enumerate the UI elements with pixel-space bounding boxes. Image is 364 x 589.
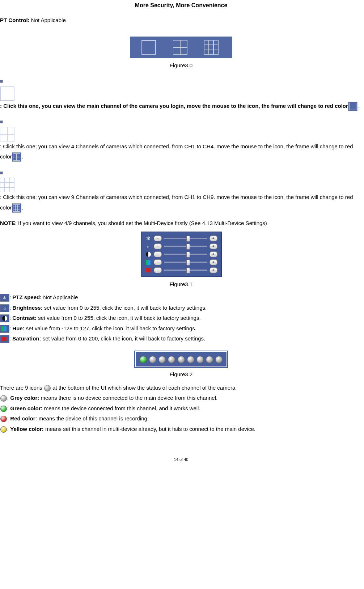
status-dot-grey[interactable] xyxy=(215,356,223,363)
status-intro: There are 9 icons at the bottom of the U… xyxy=(0,383,362,393)
brightness-slider-row: ☼ − + xyxy=(145,242,217,250)
status-dot-red xyxy=(0,416,7,422)
layout-quad-hover-icon xyxy=(12,152,21,162)
fan-icon[interactable]: ✻ xyxy=(0,294,9,302)
desc-four xyxy=(0,116,362,127)
ptz-slider[interactable] xyxy=(164,238,207,239)
hue-slider[interactable] xyxy=(164,262,207,263)
contrast-slider[interactable] xyxy=(164,254,207,255)
layout-single-icon[interactable] xyxy=(141,40,158,55)
saturation-icon[interactable] xyxy=(0,335,9,343)
minus-button[interactable]: − xyxy=(154,267,162,273)
hue-desc: : Hue: set value from -128 to 127, click… xyxy=(0,323,362,334)
status-dot-grey xyxy=(0,395,7,402)
minus-button[interactable]: − xyxy=(154,243,162,249)
plus-button[interactable]: + xyxy=(209,236,217,241)
figure-3-2 xyxy=(135,351,227,368)
status-yellow-desc: : Yellow color: means set this channel i… xyxy=(0,424,362,435)
layout-nine-hover-icon xyxy=(12,203,21,213)
status-dot-grey xyxy=(44,385,51,391)
desc-nine xyxy=(0,168,362,178)
desc-single xyxy=(0,76,362,86)
figure-3-2-caption: Figure3.2 xyxy=(0,369,362,380)
layout-quad-icon[interactable] xyxy=(0,120,3,123)
minus-button[interactable]: − xyxy=(154,259,162,265)
hue-slider-row: − + xyxy=(145,258,217,266)
status-dot-grey[interactable] xyxy=(158,356,166,363)
plus-button[interactable]: + xyxy=(209,267,217,273)
figure-3-0-caption: Figure3.0 xyxy=(0,60,362,71)
hue-icon[interactable] xyxy=(145,259,152,266)
layout-nine-icon[interactable] xyxy=(0,171,3,174)
status-dot-grey[interactable] xyxy=(149,356,156,363)
status-dot-grey[interactable] xyxy=(206,356,213,363)
brightness-icon[interactable]: ☼ xyxy=(0,304,9,312)
brightness-slider[interactable] xyxy=(164,246,207,247)
saturation-desc: : Saturation: set value from 0 to 200, c… xyxy=(0,334,362,344)
status-dot-yellow xyxy=(0,426,7,433)
figure-3-0 xyxy=(130,37,232,58)
figure-3-1-caption: Figure3.1 xyxy=(0,279,362,290)
pt-control-line: PT Control: Not Applicable xyxy=(0,15,362,26)
status-grey-desc: : Grey color: means there is no device c… xyxy=(0,393,362,403)
plus-button[interactable]: + xyxy=(209,243,217,249)
note-label: NOTE xyxy=(0,220,15,226)
layout-nine-icon[interactable] xyxy=(204,40,221,55)
pt-control-value: Not Applicable xyxy=(31,17,66,23)
status-red-desc: : Red color: means the device of this ch… xyxy=(0,414,362,424)
status-dot-green[interactable] xyxy=(140,356,147,363)
minus-button[interactable]: − xyxy=(154,251,162,257)
saturation-slider[interactable] xyxy=(164,270,207,271)
ptz-desc: ✻: PTZ speed: Not Applicable xyxy=(0,292,362,303)
status-dot-grey[interactable] xyxy=(178,356,185,363)
brightness-desc: ☼: Brightness: set value from 0 to 255, … xyxy=(0,303,362,313)
figure-3-1: ✻ − + ☼ − + − + − + xyxy=(141,232,222,277)
page-title: More Security, More Convenience xyxy=(0,0,362,11)
plus-button[interactable]: + xyxy=(209,251,217,257)
contrast-icon[interactable] xyxy=(145,251,152,258)
status-dot-grey[interactable] xyxy=(196,356,204,363)
contrast-slider-row: − + xyxy=(145,250,217,258)
contrast-desc: : Contrast: set value from 0 to 255, cli… xyxy=(0,313,362,323)
hue-icon[interactable] xyxy=(0,325,9,333)
note-block: NOTE: If you want to view 4/9 channels, … xyxy=(0,218,362,229)
contrast-icon[interactable] xyxy=(0,314,9,322)
fan-icon[interactable]: ✻ xyxy=(145,235,152,242)
saturation-slider-row: − + xyxy=(145,266,217,274)
minus-button[interactable]: − xyxy=(154,236,162,241)
saturation-icon[interactable] xyxy=(145,267,152,274)
note-text: : If you want to view 4/9 channels, you … xyxy=(15,220,267,226)
status-dot-green xyxy=(0,406,7,412)
brightness-icon[interactable]: ☼ xyxy=(145,243,152,250)
plus-button[interactable]: + xyxy=(209,259,217,265)
pt-control-label: PT Control: xyxy=(0,17,30,23)
status-dot-grey[interactable] xyxy=(168,356,175,363)
status-green-desc: : Green color: means the device connecte… xyxy=(0,403,362,414)
layout-single-hover-icon xyxy=(348,102,357,111)
page-footer: 14 of 40 xyxy=(0,456,362,463)
ptz-slider-row: ✻ − + xyxy=(145,234,217,242)
layout-quad-icon[interactable] xyxy=(173,40,190,55)
layout-single-icon[interactable] xyxy=(0,80,3,83)
status-dot-grey[interactable] xyxy=(187,356,194,363)
